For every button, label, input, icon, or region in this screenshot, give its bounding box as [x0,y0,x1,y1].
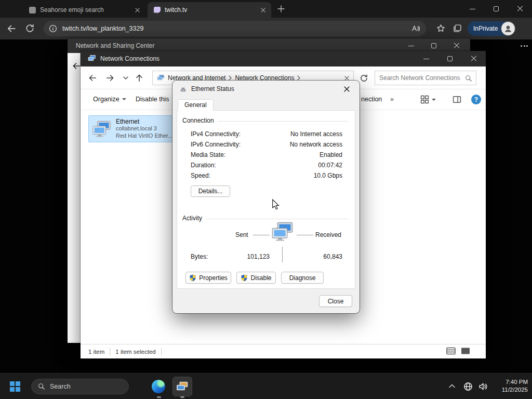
row-label: Media State: [191,151,225,158]
collections-icon[interactable] [453,24,462,33]
items-count: 1 item [88,349,104,355]
close-button[interactable] [462,51,486,66]
organize-button[interactable]: Organize [93,96,126,103]
stop-icon[interactable] [344,76,349,81]
row-value: No Internet access [290,130,342,138]
divider [282,247,283,262]
browser-tab-strip: Seahorse emoji search twitch.tv [0,0,532,18]
search-input[interactable] [375,71,476,85]
ethernet-status-dialog: Ethernet Status General Connection IPv4 … [172,81,360,313]
connection-device: Red Hat VirtIO Ether... [116,132,172,139]
refresh-icon[interactable] [25,23,35,33]
address-bar[interactable]: twitch.tv/low_plankton_3329 [44,21,426,36]
recent-locations-chevron-icon[interactable] [123,76,128,80]
url-text[interactable]: twitch.tv/low_plankton_3329 [62,21,143,36]
maximize-button[interactable] [484,0,508,18]
close-icon[interactable] [336,81,357,97]
back-icon[interactable] [88,73,97,83]
refresh-icon[interactable] [360,74,368,83]
disable-button[interactable]: Disable [236,272,276,284]
network-connections-app-icon[interactable] [172,377,192,396]
row-speed: Speed: 10.0 Gbps [191,172,342,179]
large-icons-view-icon[interactable] [461,347,470,355]
twitch-favicon [154,7,161,14]
tab-close-icon[interactable] [259,6,267,14]
chevron-right-icon[interactable] [297,75,300,81]
details-button[interactable]: Details... [191,185,230,197]
profile-avatar[interactable] [501,21,515,36]
maximize-button[interactable] [438,51,462,66]
nc-window-controls [414,51,486,66]
row-value: No network access [290,141,342,148]
row-value: 00:07:42 [318,162,342,169]
received-label: Received [315,231,341,238]
sent-label: Sent [235,231,248,238]
explorer-search-box[interactable] [375,71,476,85]
read-aloud-icon[interactable] [411,24,420,33]
tab-title: twitch.tv [165,6,255,14]
tab-favicon [29,7,36,14]
search-icon[interactable] [465,75,472,82]
back-icon[interactable] [72,61,81,71]
minimize-button[interactable] [414,51,438,66]
browser-menu-icon[interactable] [521,45,528,47]
bytes-received-value: 60,843 [302,253,342,260]
taskbar-clock[interactable]: 7:40 PM 11/2/2025 [483,378,528,394]
tray-overflow-chevron-icon[interactable] [449,384,455,388]
connection-network: collabnet.local 3 [116,125,157,131]
location-icon [157,74,165,82]
tab-close-icon[interactable] [133,6,141,14]
help-icon[interactable]: ? [471,95,481,104]
close-button[interactable]: Close [319,295,352,307]
new-tab-button[interactable] [277,5,285,12]
favorites-star-icon[interactable] [436,24,445,33]
tab-twitch[interactable]: twitch.tv [148,2,271,18]
uac-shield-icon [189,274,196,282]
up-icon[interactable] [135,73,144,83]
view-connection-button-fragment[interactable]: nection [361,96,382,103]
details-view-icon[interactable] [446,347,456,355]
properties-button[interactable]: Properties [185,272,231,284]
bytes-sent-value: 101,123 [229,253,270,260]
activity-group-header: Activity [182,215,349,222]
running-app-indicator [157,396,161,398]
site-info-icon[interactable] [49,24,57,33]
view-toggles [446,347,470,355]
forward-icon[interactable] [105,73,115,83]
change-view-icon[interactable] [420,95,429,104]
row-ipv4: IPv4 Connectivity: No Internet access [191,130,342,138]
diagnose-button[interactable]: Diagnose [281,272,324,284]
clock-date: 11/2/2025 [483,386,528,394]
view-dropdown-caret-icon[interactable] [432,99,436,101]
row-media-state: Media State: Enabled [191,151,342,158]
disable-device-button[interactable]: Disable this [136,96,169,103]
edge-browser-icon[interactable] [152,380,165,393]
row-label: IPv6 Connectivity: [191,141,241,148]
preview-pane-icon[interactable] [453,95,461,104]
back-icon[interactable] [6,23,17,34]
search-icon [38,383,45,390]
command-overflow-chevron[interactable]: » [390,96,394,103]
bytes-label: Bytes: [191,253,208,260]
nc-window-title: Network Connections [100,51,159,66]
taskbar: Search 7:40 PM 11/2/2025 [0,373,532,399]
taskbar-search[interactable]: Search [31,379,129,394]
running-app-indicator [180,396,184,398]
minimize-button[interactable] [460,0,484,18]
tab-seahorse-emoji-search[interactable]: Seahorse emoji search [23,2,145,18]
ethernet-plug-icon [179,85,187,93]
connector-line [253,235,270,235]
row-value: Enabled [320,151,342,158]
connection-item-text: Ethernet collabnet.local 3 Red Hat VirtI… [116,118,172,140]
browser-toolbar: twitch.tv/low_plankton_3329 InPrivate [0,18,532,39]
ethernet-adapter-icon [92,121,112,138]
connector-line [297,235,313,235]
nc-status-bar: 1 item 1 item selected [81,344,486,358]
chevron-right-icon[interactable] [229,75,232,81]
close-button[interactable] [508,0,532,18]
tab-title: Seahorse emoji search [40,6,129,14]
network-globe-icon[interactable] [463,382,473,391]
tab-general[interactable]: General [178,99,214,111]
start-button[interactable] [9,381,21,392]
connection-name: Ethernet [116,118,139,125]
